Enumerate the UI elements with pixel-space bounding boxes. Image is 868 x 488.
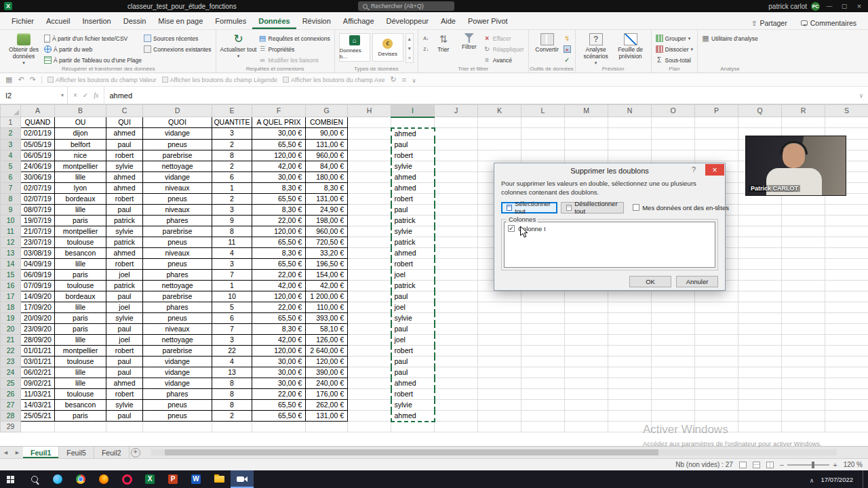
column-header-F[interactable]: F [252, 105, 306, 117]
cell-B13[interactable]: besancon [55, 247, 106, 258]
cell-R17[interactable] [782, 291, 825, 302]
cell-Q14[interactable] [738, 258, 782, 269]
toggle-legend-field-buttons[interactable]: Afficher les boutons du champ Légende [162, 77, 277, 83]
cell-G23[interactable]: 120,00 € [306, 356, 348, 367]
zoom-slider-thumb[interactable] [812, 462, 814, 468]
formula-input[interactable]: ahmed [104, 87, 854, 104]
row-header-18[interactable]: 18 [1, 302, 21, 312]
cell-A1[interactable]: QUAND [21, 117, 55, 128]
cell-R9[interactable] [782, 204, 825, 215]
cell-F10[interactable]: 22,00 € [252, 215, 306, 226]
cell-B29[interactable] [55, 422, 106, 432]
cell-I9[interactable]: paul [391, 204, 435, 215]
cell-D12[interactable]: pneus [143, 237, 212, 247]
cell-F20[interactable]: 8,30 € [252, 323, 306, 334]
row-header-7[interactable]: 7 [1, 182, 21, 193]
cell-H26[interactable] [348, 388, 391, 399]
cell-C17[interactable]: paul [106, 291, 143, 302]
cell-F19[interactable]: 65,50 € [252, 312, 306, 323]
cell-C23[interactable]: paul [106, 356, 143, 367]
column-header-I[interactable]: I [391, 105, 435, 117]
cell-I20[interactable]: paul [391, 323, 435, 334]
cell-S23[interactable] [825, 356, 868, 367]
taskbar-date[interactable]: 17/07/2022 [821, 476, 856, 483]
ribbon-tab-power-pivot[interactable]: Power Pivot [462, 14, 514, 29]
cell-R27[interactable] [782, 399, 825, 410]
cell-I5[interactable]: sylvie [391, 161, 435, 171]
cell-I29[interactable] [391, 422, 435, 432]
ok-button[interactable]: OK [629, 276, 671, 287]
edge-icon[interactable] [46, 470, 69, 488]
cell-A26[interactable]: 11/03/21 [21, 388, 55, 399]
gallery-more-icon[interactable]: ≡ [406, 53, 413, 62]
cell-G18[interactable]: 110,00 € [306, 302, 348, 312]
show-desktop-button[interactable] [863, 470, 865, 488]
cell-L3[interactable] [521, 139, 565, 150]
cell-R20[interactable] [782, 323, 825, 334]
cell-H15[interactable] [348, 269, 391, 280]
cell-C24[interactable]: paul [106, 367, 143, 378]
cell-Q10[interactable] [738, 215, 782, 226]
row-header-1[interactable]: 1 [1, 117, 21, 128]
cell-J12[interactable] [435, 237, 478, 247]
start-icon[interactable] [0, 470, 23, 488]
cell-S21[interactable] [825, 334, 868, 345]
cell-R28[interactable] [782, 410, 825, 422]
cell-F14[interactable]: 65,50 € [252, 258, 306, 269]
cell-E14[interactable]: 3 [212, 258, 252, 269]
cell-C6[interactable]: ahmed [106, 171, 143, 182]
cell-E22[interactable]: 22 [212, 345, 252, 356]
cell-M20[interactable] [565, 323, 608, 334]
cell-G15[interactable]: 154,00 € [306, 269, 348, 280]
cell-F3[interactable]: 65,50 € [252, 139, 306, 150]
advanced-filter-button[interactable]: Avancé [484, 55, 524, 65]
cell-L24[interactable] [521, 367, 565, 378]
cell-C2[interactable]: ahmed [106, 128, 143, 140]
cell-E6[interactable]: 6 [212, 171, 252, 182]
cell-N19[interactable] [608, 312, 652, 323]
cell-I15[interactable]: joel [391, 269, 435, 280]
cell-H18[interactable] [348, 302, 391, 312]
opera-icon[interactable] [115, 470, 138, 488]
from-web-button[interactable]: À partir du web [44, 44, 142, 54]
column-header-C[interactable]: C [106, 105, 143, 117]
cell-C19[interactable]: sylvie [106, 312, 143, 323]
cell-A23[interactable]: 03/01/21 [21, 356, 55, 367]
cell-B11[interactable]: montpellier [55, 226, 106, 237]
cell-S24[interactable] [825, 367, 868, 378]
column-header-L[interactable]: L [521, 105, 565, 117]
gallery-down-icon[interactable]: ▼ [406, 43, 413, 53]
cell-K27[interactable] [478, 399, 521, 410]
cell-M22[interactable] [565, 345, 608, 356]
cell-G16[interactable]: 42,00 € [306, 280, 348, 291]
cell-R15[interactable] [782, 269, 825, 280]
cell-J23[interactable] [435, 356, 478, 367]
cell-K25[interactable] [478, 378, 521, 388]
select-all-corner[interactable] [1, 105, 21, 117]
ribbon-tab-dessin[interactable]: Dessin [117, 14, 153, 29]
cell-B26[interactable]: toulouse [55, 388, 106, 399]
cell-B17[interactable]: bordeaux [55, 291, 106, 302]
cell-D21[interactable]: nettoyage [143, 334, 212, 345]
cell-C12[interactable]: patrick [106, 237, 143, 247]
ribbon-tab-accueil[interactable]: Accueil [40, 14, 76, 29]
firefox-icon[interactable] [92, 470, 115, 488]
insert-function-icon[interactable]: fx [94, 92, 98, 99]
cell-A15[interactable]: 06/09/19 [21, 269, 55, 280]
cell-B9[interactable]: lille [55, 204, 106, 215]
refresh-icon[interactable] [390, 75, 396, 84]
cell-F18[interactable]: 22,00 € [252, 302, 306, 312]
cell-J26[interactable] [435, 388, 478, 399]
cell-D19[interactable]: pneus [143, 312, 212, 323]
cell-Q13[interactable] [738, 247, 782, 258]
cell-G6[interactable]: 180,00 € [306, 171, 348, 182]
cell-D27[interactable]: pneus [143, 399, 212, 410]
cell-R10[interactable] [782, 215, 825, 226]
cell-J29[interactable] [435, 422, 478, 432]
cell-D16[interactable]: nettoyage [143, 280, 212, 291]
cell-S1[interactable] [825, 117, 868, 128]
sheet-nav-left-icon[interactable] [0, 447, 12, 458]
cell-H24[interactable] [348, 367, 391, 378]
cell-K18[interactable] [478, 302, 521, 312]
row-header-29[interactable]: 29 [1, 422, 21, 432]
